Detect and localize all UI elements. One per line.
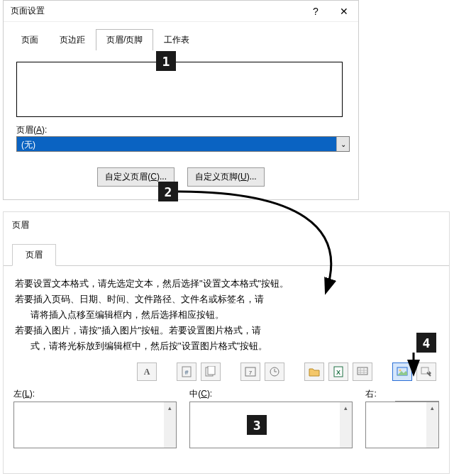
- insert-page-number-button[interactable]: #: [177, 362, 196, 381]
- right-section-field: 右: ▴: [365, 388, 439, 448]
- instruction-line-3: 请将插入点移至编辑框内，然后选择相应按钮。: [15, 307, 438, 323]
- header-preview: 1: [16, 62, 343, 117]
- time-icon: [269, 366, 280, 377]
- format-picture-icon: [421, 366, 432, 377]
- sheet-tab-icon: [357, 366, 368, 377]
- custom-header-button[interactable]: 自定义页眉(C)...: [97, 167, 175, 187]
- header-dropdown[interactable]: (无) ⌄: [16, 136, 350, 152]
- text-format-icon: A: [144, 367, 150, 377]
- page-setup-dialog: 页面设置 ? ✕ 页面 页边距 页眉/页脚 工作表 1 页眉(A): (无) ⌄…: [3, 0, 359, 200]
- insert-file-name-button[interactable]: X: [328, 362, 348, 381]
- close-button[interactable]: ✕: [330, 1, 358, 22]
- dropdown-selected-value: (无): [17, 137, 336, 151]
- dialog2-tab-strip: 页眉: [4, 231, 449, 266]
- insert-time-button[interactable]: [265, 362, 284, 381]
- right-section-label: 右:: [365, 388, 439, 400]
- center-section-label: 中(C):: [189, 388, 353, 400]
- instruction-line-1: 若要设置文本格式，请先选定文本，然后选择"设置文本格式"按钮。: [15, 276, 438, 292]
- svg-text:X: X: [336, 369, 340, 376]
- tab-sheet[interactable]: 工作表: [153, 29, 200, 50]
- left-section-label: 左(L):: [13, 388, 177, 400]
- right-section-textarea[interactable]: ▴: [365, 402, 439, 448]
- format-picture-button[interactable]: [416, 362, 436, 381]
- excel-file-icon: X: [333, 366, 344, 377]
- instructions-text: 若要设置文本格式，请先选定文本，然后选择"设置文本格式"按钮。 若要插入页码、日…: [4, 266, 449, 360]
- scrollbar[interactable]: ▴: [164, 402, 176, 448]
- tab-header-content[interactable]: 页眉: [12, 244, 56, 266]
- header-toolbar: A # 7 X: [4, 360, 449, 384]
- tab-margins[interactable]: 页边距: [49, 29, 96, 50]
- section-fields-row: 左(L): ▴ 中(C): ▴ 3 右: ▴: [4, 384, 449, 448]
- svg-rect-9: [358, 367, 367, 375]
- label-text: 页眉(: [16, 125, 36, 135]
- btn-text-post: )...: [157, 172, 167, 182]
- scroll-up-icon[interactable]: ▴: [426, 402, 438, 414]
- svg-rect-3: [208, 366, 215, 375]
- insert-date-button[interactable]: 7: [240, 362, 260, 381]
- tab-page[interactable]: 页面: [11, 29, 49, 50]
- svg-text:#: #: [184, 369, 188, 376]
- header-dropdown-label: 页眉(A):: [16, 124, 345, 136]
- instruction-line-5: 式，请将光标放到编辑框中，然后按"设置图片格式"按钮。: [15, 338, 438, 354]
- tab-header-footer[interactable]: 页眉/页脚: [96, 29, 153, 50]
- insert-sheet-name-button[interactable]: [353, 362, 372, 381]
- dialog-body: 1 页眉(A): (无) ⌄ 自定义页眉(C)... 自定义页脚(U)... 2: [4, 50, 358, 199]
- date-icon: 7: [245, 366, 256, 377]
- center-section-textarea[interactable]: ▴ 3: [189, 402, 353, 448]
- page-number-icon: #: [181, 366, 192, 377]
- format-text-button[interactable]: A: [137, 362, 157, 381]
- scrollbar[interactable]: ▴: [426, 402, 438, 448]
- left-section-textarea[interactable]: ▴: [13, 402, 177, 448]
- folder-icon: [309, 366, 320, 377]
- btn-text-pre: 自定义页脚(: [195, 172, 240, 182]
- btn-accelerator: C: [150, 172, 157, 182]
- dialog-title: 页面设置: [11, 5, 301, 17]
- help-button[interactable]: ?: [301, 1, 330, 22]
- insert-page-count-button[interactable]: [201, 362, 221, 381]
- btn-accelerator: U: [240, 172, 247, 182]
- center-section-field: 中(C): ▴ 3: [189, 388, 353, 448]
- insert-picture-icon: [397, 366, 408, 377]
- btn-text-post: )...: [247, 172, 257, 182]
- page-count-icon: [205, 366, 216, 377]
- custom-footer-button[interactable]: 自定义页脚(U)...: [187, 167, 265, 187]
- titlebar: 页面设置 ? ✕: [4, 1, 358, 22]
- annotation-marker-3: 3: [247, 415, 267, 435]
- chevron-down-icon[interactable]: ⌄: [336, 137, 349, 151]
- insert-file-path-button[interactable]: [304, 362, 324, 381]
- label-accelerator: A: [36, 125, 42, 135]
- svg-point-11: [399, 370, 402, 372]
- tab-strip: 页面 页边距 页眉/页脚 工作表: [4, 22, 358, 50]
- svg-text:7: 7: [249, 370, 253, 376]
- btn-text-pre: 自定义页眉(: [105, 172, 150, 182]
- instruction-line-4: 若要插入图片，请按"插入图片"按钮。若要设置图片格式，请: [15, 323, 438, 338]
- scrollbar[interactable]: ▴: [340, 402, 352, 448]
- left-section-field: 左(L): ▴: [13, 388, 177, 448]
- insert-picture-button[interactable]: [392, 362, 412, 381]
- scroll-up-icon[interactable]: ▴: [164, 402, 176, 414]
- scroll-up-icon[interactable]: ▴: [340, 402, 352, 414]
- annotation-marker-1: 1: [156, 51, 176, 71]
- label-text-post: ):: [42, 125, 47, 135]
- header-editor-dialog: 页眉 页眉 若要设置文本格式，请先选定文本，然后选择"设置文本格式"按钮。 若要…: [3, 211, 450, 474]
- instruction-line-2: 若要插入页码、日期、时间、文件路径、文件名或标签名，请: [15, 292, 438, 307]
- dialog2-title: 页眉: [4, 212, 449, 231]
